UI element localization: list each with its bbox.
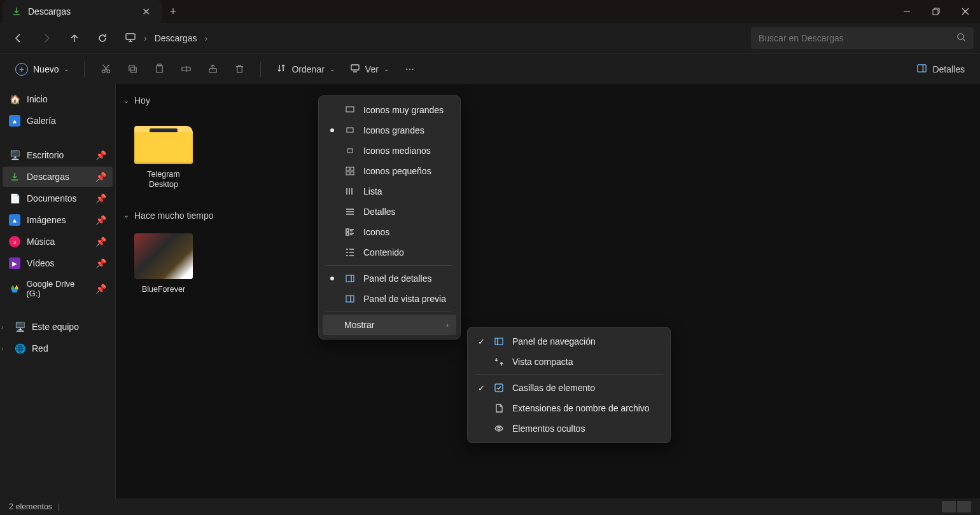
file-item-telegram[interactable]: Telegram Desktop: [132, 114, 195, 194]
file-item-blueforever[interactable]: BlueForever: [132, 230, 195, 298]
details-pane-icon: [916, 63, 927, 76]
svg-rect-25: [495, 384, 503, 392]
sidebar-label: Google Drive (G:): [26, 279, 89, 298]
menu-label: Iconos: [363, 227, 389, 237]
breadcrumb[interactable]: › Descargas ›: [118, 32, 747, 45]
menu-item-preview-pane[interactable]: Panel de vista previa: [323, 289, 456, 309]
menu-item-details[interactable]: Detalles: [323, 202, 456, 222]
menu-label: Iconos medianos: [363, 146, 431, 156]
eye-icon: [493, 423, 505, 434]
close-button[interactable]: [951, 0, 980, 23]
sidebar-label: Inicio: [27, 94, 48, 104]
new-tab-button[interactable]: +: [162, 0, 185, 23]
xl-icons-icon: [344, 105, 356, 115]
tab-active[interactable]: Descargas ✕: [3, 0, 162, 23]
menu-item-checkboxes[interactable]: ✓ Casillas de elemento: [472, 378, 666, 398]
menu-item-show[interactable]: Mostrar ›: [323, 315, 456, 335]
menu-item-compact[interactable]: Vista compacta: [472, 352, 666, 372]
menu-item-nav-pane[interactable]: ✓ Panel de navegación: [472, 331, 666, 352]
tab-title: Descargas: [28, 6, 71, 17]
maximize-button[interactable]: [921, 0, 951, 23]
svg-rect-16: [346, 167, 349, 170]
monitor-icon: [125, 32, 136, 45]
svg-rect-21: [346, 233, 349, 235]
sort-button[interactable]: Ordenar ⌄: [270, 59, 340, 79]
group-header-hoy[interactable]: ⌄ Hoy: [123, 90, 972, 111]
sidebar-this-pc[interactable]: › 🖥️ Este equipo: [3, 317, 113, 337]
menu-item-l-icons[interactable]: Iconos grandes: [323, 120, 456, 141]
menu-item-xl-icons[interactable]: Iconos muy grandes: [323, 100, 456, 120]
view-details-button[interactable]: [942, 501, 956, 512]
share-button[interactable]: [200, 58, 225, 80]
minimize-button[interactable]: [892, 0, 921, 23]
group-header-old[interactable]: ⌄ Hace mucho tiempo: [123, 205, 972, 226]
view-button[interactable]: Ver ⌄: [344, 59, 395, 79]
sidebar-network[interactable]: › 🌐 Red: [3, 338, 113, 359]
sidebar-label: Galería: [27, 116, 56, 126]
refresh-button[interactable]: [90, 26, 115, 50]
sidebar-item-descargas[interactable]: Descargas 📌: [3, 167, 113, 187]
file-list: BlueForever: [123, 226, 972, 310]
sidebar-label: Documentos: [27, 193, 77, 203]
tiles-icon: [344, 227, 356, 237]
sidebar-item-documentos[interactable]: 📄 Documentos 📌: [3, 188, 113, 209]
sidebar-item-gdrive[interactable]: Google Drive (G:) 📌: [3, 275, 113, 303]
close-icon[interactable]: ✕: [139, 6, 153, 18]
menu-label: Iconos grandes: [363, 125, 424, 135]
copy-button[interactable]: [120, 58, 144, 80]
chevron-right-icon[interactable]: ›: [205, 33, 208, 43]
paste-button[interactable]: [147, 58, 171, 80]
sidebar-label: Red: [32, 343, 48, 354]
view-icons-button[interactable]: [957, 501, 971, 512]
chevron-right-icon[interactable]: ›: [1, 345, 3, 352]
svg-rect-17: [351, 167, 354, 170]
menu-item-m-icons[interactable]: Iconos medianos: [323, 141, 456, 161]
search-input[interactable]: [759, 33, 956, 43]
cut-button[interactable]: [94, 58, 118, 80]
pin-icon: 📌: [95, 172, 106, 182]
back-button[interactable]: [6, 26, 31, 50]
rename-button[interactable]: [174, 58, 198, 80]
window-controls: [892, 0, 980, 23]
view-label: Ver: [365, 64, 379, 74]
selected-indicator: [330, 277, 334, 280]
sidebar-item-imagenes[interactable]: ▲ Imágenes 📌: [3, 210, 113, 230]
delete-button[interactable]: [227, 58, 251, 80]
sidebar-item-videos[interactable]: ▶ Vídeos 📌: [3, 253, 113, 273]
menu-label: Panel de detalles: [363, 273, 431, 284]
sidebar-home[interactable]: 🏠 Inicio: [3, 89, 113, 109]
chevron-right-icon: ›: [144, 33, 147, 43]
more-button[interactable]: ⋯: [398, 58, 422, 80]
svg-rect-15: [347, 149, 353, 153]
details-pane-button[interactable]: Detalles: [910, 59, 971, 79]
chevron-down-icon: ⌄: [64, 65, 69, 72]
svg-rect-6: [131, 67, 137, 73]
up-button[interactable]: [62, 26, 87, 50]
search-icon[interactable]: [956, 32, 966, 44]
forward-button[interactable]: [34, 26, 59, 50]
item-count: 2 elementos: [9, 502, 52, 511]
menu-item-content[interactable]: Contenido: [323, 242, 456, 263]
menu-item-list[interactable]: Lista: [323, 181, 456, 202]
menu-item-s-icons[interactable]: Iconos pequeños: [323, 161, 456, 181]
new-button[interactable]: + Nuevo ⌄: [9, 59, 75, 79]
chevron-right-icon[interactable]: ›: [1, 324, 3, 331]
image-thumbnail: [134, 233, 193, 279]
menu-item-hidden[interactable]: Elementos ocultos: [472, 418, 666, 439]
separator: [260, 62, 261, 77]
list-icon: [344, 186, 356, 196]
sidebar-item-escritorio[interactable]: 🖥️ Escritorio 📌: [3, 145, 113, 165]
s-icons-icon: [344, 166, 356, 176]
search-box[interactable]: [751, 27, 974, 49]
pin-icon: 📌: [95, 150, 106, 160]
menu-item-details-pane[interactable]: Panel de detalles: [323, 268, 456, 289]
menu-item-extensions[interactable]: Extensiones de nombre de archivo: [472, 398, 666, 418]
svg-rect-12: [918, 64, 926, 71]
breadcrumb-location[interactable]: Descargas: [155, 33, 197, 43]
sidebar-item-musica[interactable]: ♪ Música 📌: [3, 231, 113, 252]
menu-item-tiles[interactable]: Iconos: [323, 222, 456, 242]
videos-icon: ▶: [9, 258, 20, 269]
sidebar-gallery[interactable]: ▲ Galería: [3, 111, 113, 131]
pin-icon: 📌: [95, 237, 106, 247]
menu-label: Panel de navegación: [512, 336, 596, 347]
